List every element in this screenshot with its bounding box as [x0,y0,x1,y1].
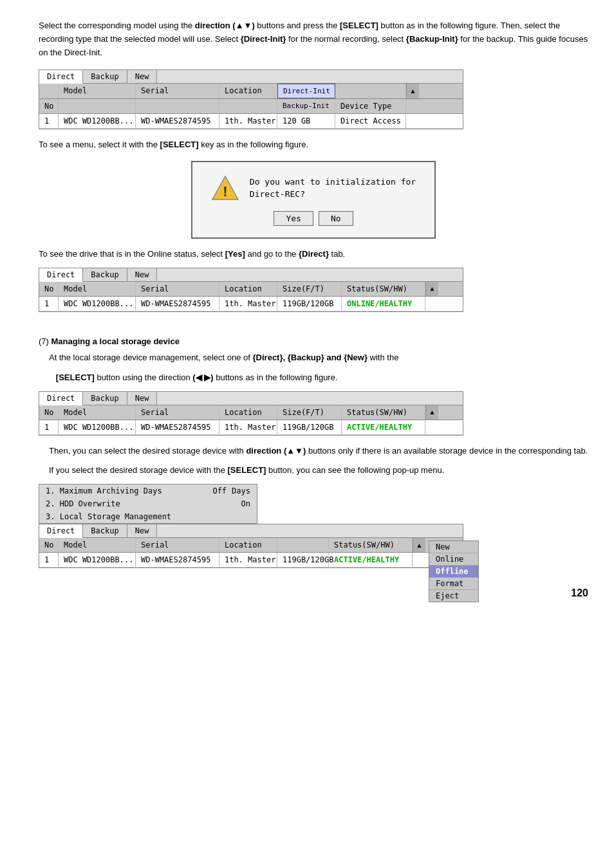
table2: Direct Backup New No Model Serial Locati… [39,268,463,312]
popup-item-online[interactable]: Online [429,553,478,566]
dialog-wrapper: ! Do you want to initialization for Dire… [39,161,588,239]
table1-data-row: 1 WDC WD1200BB... WD-WMAES2874595 1th. M… [39,114,463,129]
h3-model: Model [59,405,136,420]
tab-backup-3[interactable]: Backup [83,392,127,405]
h2-status: Status(SW/HW) [342,282,425,296]
no-button[interactable]: No [319,211,353,226]
tab-new-2[interactable]: New [127,268,158,281]
if-text: If you select the desired storage device… [39,464,588,477]
col-serial-h2 [136,99,219,113]
section7-para2: [SELECT] button using the direction (◀ ▶… [39,371,588,385]
table1: Direct Backup New Model Serial Location … [39,69,463,129]
table4-container: Direct Backup New No Model Serial Locati… [39,524,476,568]
cell-size-1: 120 GB [277,114,335,128]
tab-backup-4[interactable]: Backup [83,524,127,537]
d4-no: 1 [39,553,59,567]
scroll-up-btn-2[interactable]: ▲ [425,282,438,296]
row3-spacer [425,420,438,434]
h3-size: Size(F/T) [277,405,342,420]
scroll-up-btn-3[interactable]: ▲ [425,405,438,420]
page-number: 120 [39,587,588,599]
h3-serial: Serial [136,405,219,420]
table2-data-row: 1 WDC WD1200BB... WD-WMAES2874595 1th. M… [39,297,463,311]
popup-section: 1. Maximum Archiving Days OffDays 2. HDD… [39,484,476,568]
table4: Direct Backup New No Model Serial Locati… [39,524,463,568]
col-no-h [39,84,59,98]
d3-no: 1 [39,420,59,434]
table3-data-row: 1 WDC WD1200BB... WD-WMAES2874595 1th. M… [39,420,463,435]
h4-model: Model [59,538,136,552]
popup-item-offline[interactable]: Offline [429,566,478,578]
tab-backup-1[interactable]: Backup [83,70,127,83]
col-location-h: Location [219,84,277,98]
d2-model: WDC WD1200BB... [59,297,136,311]
tab-backup-2[interactable]: Backup [83,268,127,281]
floating-popup: New Online Offline Format Eject [429,540,479,602]
table4-tab-row: Direct Backup New [39,524,463,538]
d4-loc: 1th. Master [219,553,277,567]
d2-status: ONLINE/HEALTHY [342,297,425,311]
row2-spacer [425,297,438,311]
svg-text:!: ! [223,183,227,199]
h4-serial: Serial [136,538,219,552]
d2-no: 1 [39,297,59,311]
h4-status: Status(SW/HW) [329,538,413,552]
tab-new-1[interactable]: New [127,70,158,83]
h4-size [277,538,329,552]
tab-direct-4[interactable]: Direct [39,524,83,538]
then-text: Then, you can select the desired storage… [39,445,588,458]
d2-size: 119GB/120GB [277,297,342,311]
h2-model: Model [59,282,136,296]
d3-serial: WD-WMAES2874595 [136,420,219,434]
h2-serial: Serial [136,282,219,296]
dialog-content: ! Do you want to initialization for Dire… [211,174,416,202]
col-model-h: Model [59,84,136,98]
dialog-text: Do you want to initialization for Direct… [250,176,416,201]
col-serial-h: Serial [136,84,219,98]
table1-tab-row: Direct Backup New [39,70,463,84]
menu-item-1: 1. Maximum Archiving Days OffDays [39,485,257,497]
h3-loc: Location [219,405,277,420]
col-no-h2: No [39,99,59,113]
d4-model: WDC WD1200BB... [59,553,136,567]
popup-item-format[interactable]: Format [429,578,478,590]
cell-serial-1: WD-WMAES2874595 [136,114,219,128]
col-location-h2 [219,99,277,113]
d3-status: ACTIVE/HEALTHY [342,420,425,434]
section-7-heading: (7) Managing a local storage device [39,337,588,346]
row4-spacer [413,553,425,567]
cell-no-1: 1 [39,114,59,128]
h2-loc: Location [219,282,277,296]
tab-new-3[interactable]: New [127,392,158,405]
h3-no: No [39,405,59,420]
tab-new-4[interactable]: New [127,524,158,537]
dialog-buttons: Yes No [274,211,353,226]
to-see-drive-text: To see the drive that is in the Online s… [39,248,588,261]
popup-item-eject[interactable]: Eject [429,590,478,602]
table1-header-row2: No Backup-Init Device Type [39,99,463,114]
menu-item-3: 3. Local Storage Management [39,510,257,523]
scroll-up-btn-4[interactable]: ▲ [413,538,425,552]
h3-status: Status(SW/HW) [342,405,425,420]
menu-item-2: 2. HDD Overwrite On [39,497,257,510]
col-model-h2 [59,99,136,113]
d3-loc: 1th. Master [219,420,277,434]
tab-direct-2[interactable]: Direct [39,268,83,282]
d3-size: 119GB/120GB [277,420,342,434]
table2-header: No Model Serial Location Size(F/T) Statu… [39,282,463,297]
d3-model: WDC WD1200BB... [59,420,136,434]
section7-para1: At the local storage device management, … [39,351,588,365]
see-menu-text: To see a menu, select it with the [SELEC… [39,138,588,152]
warning-icon: ! [211,174,239,202]
col-backup-init-h: Backup-Init [277,99,335,113]
popup-item-new[interactable]: New [429,541,478,553]
cell-model-1: WDC WD1200BB... [59,114,136,128]
col-device-type-h2: Device Type [335,99,406,113]
table2-tab-row: Direct Backup New [39,268,463,282]
table3-header: No Model Serial Location Size(F/T) Statu… [39,405,463,420]
tab-direct-1[interactable]: Direct [39,70,83,84]
yes-button[interactable]: Yes [274,211,313,226]
scroll-up-btn-1[interactable]: ▲ [406,84,419,98]
h4-no: No [39,538,59,552]
tab-direct-3[interactable]: Direct [39,392,83,405]
